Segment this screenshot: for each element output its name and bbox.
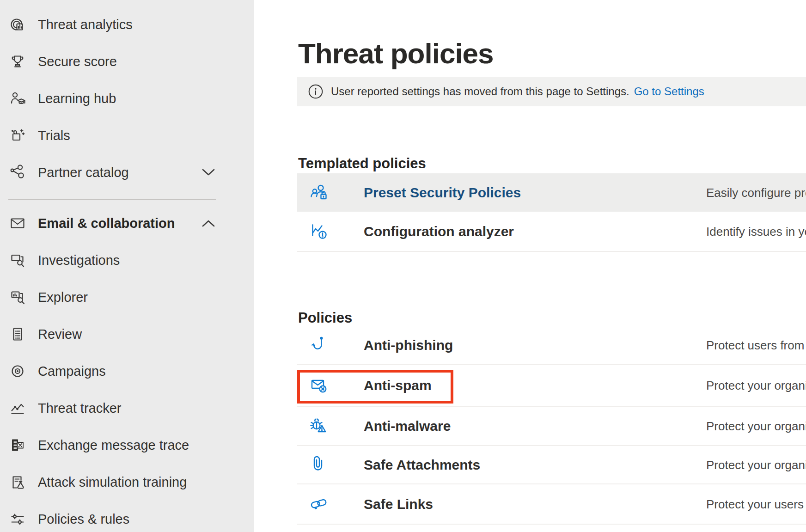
campaigns-icon xyxy=(9,362,26,380)
policies-heading: Policies xyxy=(298,310,352,326)
row-label: Anti-spam xyxy=(364,378,432,393)
row-safe-attachments[interactable]: Safe Attachments Protect your organiz xyxy=(297,446,806,484)
anti-malware-icon xyxy=(309,416,330,437)
sidebar-item-label: Attack simulation training xyxy=(38,475,187,490)
row-anti-phishing[interactable]: Anti-phishing Protect users from p xyxy=(297,326,806,365)
sidebar-item-partner-catalog[interactable]: Partner catalog xyxy=(0,154,254,191)
row-configuration-analyzer[interactable]: Configuration analyzer Identify issues i… xyxy=(297,212,806,252)
chevron-down-icon xyxy=(202,169,215,176)
row-preset-security-policies[interactable]: Preset Security Policies Easily configur… xyxy=(297,173,806,212)
row-description: Easily configure prot xyxy=(706,185,806,200)
explorer-icon xyxy=(9,288,26,306)
attack-simulation-training-icon xyxy=(9,473,26,491)
policies-rules-icon xyxy=(9,510,26,528)
sidebar-item-threat-tracker[interactable]: Threat tracker xyxy=(0,390,254,427)
row-description: Protect your organiz xyxy=(706,458,806,472)
email-collaboration-icon xyxy=(9,214,26,232)
sidebar-item-investigations[interactable]: Investigations xyxy=(0,242,254,279)
threat-tracker-icon xyxy=(9,399,26,417)
row-label: Configuration analyzer xyxy=(364,224,514,239)
info-icon xyxy=(308,84,323,99)
sidebar-item-label: Campaigns xyxy=(38,364,106,379)
secure-score-icon xyxy=(9,53,26,70)
sidebar-item-email-collaboration[interactable]: Email & collaboration xyxy=(0,205,254,242)
sidebar-item-label: Investigations xyxy=(38,253,120,268)
sidebar-item-attack-simulation-training[interactable]: Attack simulation training xyxy=(0,464,254,501)
info-banner: User reported settings has moved from th… xyxy=(297,77,806,106)
sidebar-item-exchange-message-trace[interactable]: Exchange message trace xyxy=(0,427,254,464)
investigations-icon xyxy=(9,251,26,269)
main-content: Threat policies User reported settings h… xyxy=(254,0,806,532)
chevron-up-icon xyxy=(202,220,215,227)
threat-analytics-icon xyxy=(9,16,26,33)
sidebar: Threat analytics Secure score Learning h… xyxy=(0,0,254,532)
sidebar-item-label: Review xyxy=(38,327,82,342)
partner-catalog-icon xyxy=(9,164,26,181)
page-title: Threat policies xyxy=(298,38,494,69)
sidebar-item-review[interactable]: Review xyxy=(0,316,254,353)
sidebar-item-label: Explorer xyxy=(38,290,88,305)
configuration-analyzer-icon xyxy=(309,221,330,242)
sidebar-item-policies-rules[interactable]: Policies & rules xyxy=(0,501,254,532)
sidebar-item-label: Policies & rules xyxy=(38,512,129,527)
exchange-message-trace-icon xyxy=(9,436,26,454)
sidebar-divider xyxy=(8,199,216,200)
sidebar-item-trials[interactable]: Trials xyxy=(0,117,254,154)
sidebar-item-learning-hub[interactable]: Learning hub xyxy=(0,80,254,117)
row-description: Protect your users fr xyxy=(706,497,806,511)
anti-spam-icon xyxy=(309,375,330,396)
row-label: Safe Links xyxy=(364,496,433,512)
review-icon xyxy=(9,325,26,343)
go-to-settings-link[interactable]: Go to Settings xyxy=(634,85,704,98)
sidebar-item-label: Exchange message trace xyxy=(38,438,189,453)
sidebar-item-label: Secure score xyxy=(38,54,117,69)
row-label: Preset Security Policies xyxy=(364,185,521,201)
row-label: Safe Attachments xyxy=(364,457,480,473)
sidebar-item-label: Threat tracker xyxy=(38,401,122,416)
anti-phishing-icon xyxy=(309,335,330,356)
row-safe-links[interactable]: Safe Links Protect your users fr xyxy=(297,484,806,525)
sidebar-item-label: Partner catalog xyxy=(38,165,129,180)
trials-icon xyxy=(9,127,26,144)
row-anti-malware[interactable]: Anti-malware Protect your organiz xyxy=(297,407,806,446)
preset-security-policies-icon xyxy=(309,182,330,203)
safe-attachments-icon xyxy=(309,454,330,476)
row-anti-spam[interactable]: Anti-spam Protect your organiz xyxy=(297,365,806,407)
templated-policies-heading: Templated policies xyxy=(298,155,426,172)
sidebar-item-label: Threat analytics xyxy=(38,17,133,32)
row-description: Protect your organiz xyxy=(706,419,806,433)
sidebar-item-campaigns[interactable]: Campaigns xyxy=(0,353,254,390)
row-description: Protect your organiz xyxy=(706,379,806,393)
banner-message: User reported settings has moved from th… xyxy=(331,85,629,98)
sidebar-item-secure-score[interactable]: Secure score xyxy=(0,43,254,80)
sidebar-item-label: Trials xyxy=(38,128,70,143)
row-label: Anti-malware xyxy=(364,418,451,434)
row-description: Protect users from p xyxy=(706,338,806,352)
sidebar-item-label: Email & collaboration xyxy=(38,216,175,231)
sidebar-item-label: Learning hub xyxy=(38,91,116,106)
row-label: Anti-phishing xyxy=(364,337,453,353)
row-description: Identify issues in you xyxy=(706,224,806,238)
sidebar-item-explorer[interactable]: Explorer xyxy=(0,279,254,316)
learning-hub-icon xyxy=(9,90,26,107)
sidebar-item-threat-analytics[interactable]: Threat analytics xyxy=(0,6,254,43)
safe-links-icon xyxy=(309,494,330,515)
